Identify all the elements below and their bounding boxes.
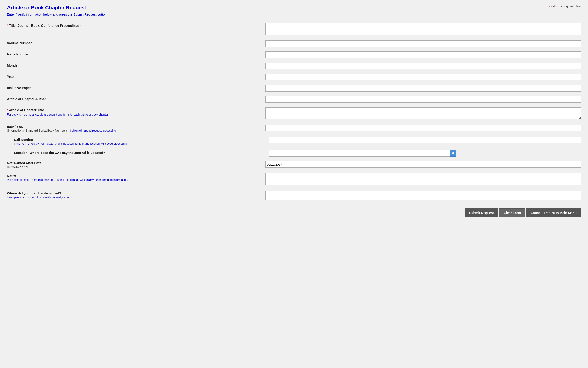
issn-sublabel-text: (International Standard Serial/Book Numb…: [7, 129, 67, 132]
year-label-col: Year: [7, 74, 265, 78]
issn-label-col: ISSN/ISBN (International Standard Serial…: [7, 125, 265, 132]
notes-note: Put any information here that may help u…: [7, 178, 261, 181]
volume-label-col: Volume Number: [7, 40, 265, 45]
inclusive-pages-input[interactable]: [265, 85, 581, 92]
article-title-required-star: *: [7, 108, 8, 112]
cancel-button[interactable]: Cancel - Return to Main Menu: [526, 208, 581, 217]
call-number-label-col: Call Number If the item is held by Penn …: [14, 137, 269, 145]
location-row: Location: Where does the CAT say the Jou…: [14, 149, 581, 157]
year-input[interactable]: [265, 74, 581, 80]
location-label-col: Location: Where does the CAT say the Jou…: [14, 150, 269, 155]
location-label: Location: Where does the CAT say the Jou…: [14, 151, 105, 155]
where-found-label: Where did you find this item cited?: [7, 192, 61, 195]
article-title-note: For copyright compliance, please submit …: [7, 113, 261, 116]
where-found-input-col: [265, 191, 581, 201]
notes-row: Notes Put any information here that may …: [7, 172, 581, 187]
article-author-input[interactable]: [265, 96, 581, 103]
nwa-label: Not Wanted After Date: [7, 161, 261, 165]
page-subtitle: Enter / verify information below and pre…: [7, 13, 581, 16]
article-author-label: Article or Chapter Author: [7, 97, 46, 101]
month-label-col: Month: [7, 63, 265, 67]
article-title-row: *Article or Chapter Title For copyright …: [7, 106, 581, 121]
clear-form-button[interactable]: Clear Form: [499, 208, 525, 217]
location-select-wrapper: [269, 150, 456, 156]
year-row: Year: [7, 73, 581, 81]
article-author-row: Article or Chapter Author: [7, 95, 581, 104]
issue-label: Issue Number: [7, 52, 29, 56]
title-input[interactable]: [265, 23, 581, 35]
where-found-note: Examples are Lionsearch, a specific jour…: [7, 196, 261, 199]
title-required-star: *: [7, 24, 8, 28]
title-row: *Title (Journal, Book, Conference Procee…: [7, 22, 581, 37]
title-label: Title (Journal, Book, Conference Proceed…: [9, 24, 81, 28]
notes-label: Notes: [7, 174, 16, 178]
month-input-col: [265, 63, 581, 69]
month-label: Month: [7, 64, 17, 67]
issn-label: ISSN/ISBN: [7, 125, 23, 129]
issue-row: Issue Number: [7, 51, 581, 59]
inclusive-pages-label: Inclusive Pages: [7, 86, 31, 90]
where-found-row: Where did you find this item cited? Exam…: [7, 190, 581, 202]
month-input[interactable]: [265, 63, 581, 69]
issn-input-col: [265, 125, 581, 131]
issue-input-col: [265, 51, 581, 58]
issn-note: If given will speed request processing: [69, 129, 116, 132]
page-title: Article or Book Chapter Request: [7, 5, 581, 11]
article-title-label: Article or Chapter Title: [9, 108, 44, 112]
volume-input[interactable]: [265, 40, 581, 47]
required-note-text: Indicates required field: [551, 5, 581, 8]
inclusive-pages-row: Inclusive Pages: [7, 84, 581, 92]
issue-input[interactable]: [265, 51, 581, 58]
location-input-col: [269, 150, 581, 156]
issn-row: ISSN/ISBN (International Standard Serial…: [7, 124, 581, 133]
form-container: *Title (Journal, Book, Conference Procee…: [7, 22, 581, 217]
call-number-input[interactable]: [269, 137, 581, 143]
nwa-row: Not Wanted After Date (MM/DD/YYYY): [7, 160, 581, 169]
month-row: Month: [7, 62, 581, 70]
title-label-col: *Title (Journal, Book, Conference Procee…: [7, 23, 265, 28]
volume-label: Volume Number: [7, 41, 32, 45]
indented-section: Call Number If the item is held by Penn …: [14, 136, 581, 157]
article-author-input-col: [265, 96, 581, 103]
where-found-input[interactable]: [265, 191, 581, 200]
issn-input[interactable]: [265, 125, 581, 131]
location-select[interactable]: [269, 150, 456, 156]
year-input-col: [265, 74, 581, 80]
inclusive-pages-input-col: [265, 85, 581, 92]
call-number-note: If the item is held by Penn State, provi…: [14, 142, 264, 145]
year-label: Year: [7, 75, 14, 78]
volume-input-col: [265, 40, 581, 47]
where-found-label-col: Where did you find this item cited? Exam…: [7, 191, 265, 199]
inclusive-pages-label-col: Inclusive Pages: [7, 85, 265, 90]
call-number-label: Call Number: [14, 138, 33, 142]
notes-label-col: Notes Put any information here that may …: [7, 173, 265, 181]
call-number-row: Call Number If the item is held by Penn …: [14, 136, 581, 146]
submit-button[interactable]: Submit Request: [465, 208, 498, 217]
volume-row: Volume Number: [7, 39, 581, 48]
page-wrapper: * Indicates required field Article or Bo…: [0, 0, 588, 368]
issn-sublabel: (International Standard Serial/Book Numb…: [7, 129, 116, 132]
notes-input-col: [265, 173, 581, 186]
required-note: * Indicates required field: [549, 5, 581, 8]
nwa-input-col: [265, 161, 581, 168]
article-title-input-col: [265, 107, 581, 120]
nwa-sublabel: (MM/DD/YYYY): [7, 165, 261, 168]
call-number-input-col: [269, 137, 581, 143]
required-star-icon: *: [549, 5, 550, 8]
article-title-input[interactable]: [265, 107, 581, 120]
bottom-buttons: Submit Request Clear Form Cancel - Retur…: [7, 206, 581, 217]
notes-input[interactable]: [265, 173, 581, 185]
article-author-label-col: Article or Chapter Author: [7, 96, 265, 101]
article-title-label-col: *Article or Chapter Title For copyright …: [7, 107, 265, 116]
nwa-input[interactable]: [265, 161, 581, 168]
volume-input-wrapper: [265, 40, 581, 47]
nwa-label-col: Not Wanted After Date (MM/DD/YYYY): [7, 161, 265, 168]
issue-label-col: Issue Number: [7, 51, 265, 56]
title-input-col: [265, 23, 581, 36]
